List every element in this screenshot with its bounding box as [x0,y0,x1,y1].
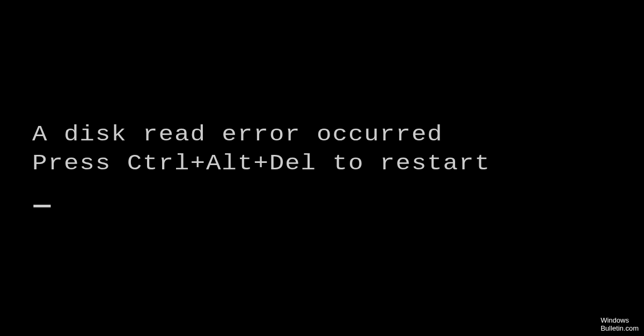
error-message-line-2: Press Ctrl+Alt+Del to restart [32,150,491,178]
bios-error-screen: A disk read error occurred Press Ctrl+Al… [32,121,491,207]
terminal-cursor [33,205,50,207]
watermark-line-2: Bulletin.com [601,325,639,333]
error-message-line-1: A disk read error occurred [32,121,491,150]
source-watermark: Windows Bulletin.com [601,317,639,333]
watermark-line-1: Windows [601,317,639,325]
